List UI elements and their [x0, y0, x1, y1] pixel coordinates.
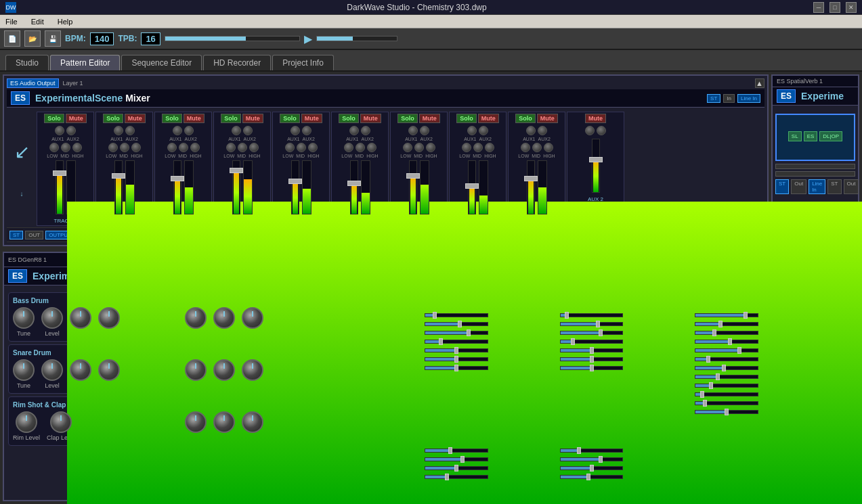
track-5-mid-knob[interactable] — [297, 143, 306, 152]
track-7-fader[interactable] — [409, 160, 417, 214]
track-6-mute-btn[interactable]: Mute — [360, 114, 381, 123]
osc-volume-slider[interactable] — [695, 348, 758, 352]
spatialverb-slider-2[interactable] — [775, 171, 855, 177]
track-6-aux1-knob[interactable] — [349, 126, 359, 135]
menu-file[interactable]: File — [3, 17, 20, 26]
track-1-fader[interactable] — [56, 160, 64, 214]
conn-out-btn[interactable]: OUT — [25, 231, 43, 239]
track-5-low-knob[interactable] — [285, 143, 295, 152]
mid-tom-decay-knob[interactable] — [242, 359, 263, 381]
track-5-fader[interactable] — [291, 160, 299, 214]
osc-balance-slider[interactable] — [695, 340, 758, 344]
sv-st-btn[interactable]: ST — [775, 179, 789, 194]
vco1-semitone-slider[interactable] — [425, 466, 488, 470]
vco2-shape-slider[interactable] — [560, 449, 624, 453]
vco1-envmod-slider[interactable] — [425, 475, 488, 479]
track-7-mid-knob[interactable] — [414, 143, 424, 152]
bass-drum-level-knob[interactable] — [41, 307, 63, 329]
aux-1-high-knob[interactable] — [544, 143, 553, 152]
vco2-semitone-slider[interactable] — [560, 466, 624, 470]
filter-decay-slider[interactable] — [560, 322, 624, 326]
vco2-pw-slider[interactable] — [560, 457, 624, 461]
track-7-high-knob[interactable] — [426, 143, 435, 152]
aux-1-aux2-knob[interactable] — [538, 126, 547, 135]
tab-hd-recorder[interactable]: HD Recorder — [203, 55, 271, 70]
track-4-low-knob[interactable] — [226, 143, 236, 152]
track-8-low-knob[interactable] — [462, 143, 471, 152]
overdrive-slider[interactable] — [695, 375, 758, 379]
aux-1-mute-btn[interactable]: Mute — [537, 114, 558, 123]
mixer-in-btn[interactable]: In — [723, 94, 735, 103]
sv-out-btn[interactable]: Out — [791, 179, 806, 194]
tab-studio[interactable]: Studio — [5, 55, 49, 70]
aux-2-fader[interactable] — [592, 139, 600, 193]
spatialverb-es-btn[interactable]: ES — [804, 131, 818, 141]
amp-decay-curve-slider[interactable] — [425, 357, 488, 361]
slide-curve-slider[interactable] — [695, 410, 758, 414]
track-6-high-knob[interactable] — [367, 143, 376, 152]
track-8-mid-knob[interactable] — [473, 143, 483, 152]
aux-1-mid-knob[interactable] — [532, 143, 542, 152]
filter-sustain-slider[interactable] — [560, 331, 624, 335]
track-2-fader[interactable] — [114, 160, 123, 214]
amp-sustain-slider[interactable] — [425, 331, 488, 335]
saturation-slider[interactable] — [695, 366, 758, 370]
tempo-slider[interactable] — [165, 36, 300, 41]
bpm-value[interactable]: 140 — [90, 32, 114, 45]
track-3-low-knob[interactable] — [167, 143, 177, 152]
filter-release-slider[interactable] — [560, 340, 624, 344]
track-1-mid-knob[interactable] — [61, 143, 70, 152]
snare-snappy-knob[interactable] — [98, 359, 120, 381]
track-7-aux2-knob[interactable] — [420, 126, 429, 135]
track-7-aux1-knob[interactable] — [408, 126, 418, 135]
track-2-mute-btn[interactable]: Mute — [125, 114, 146, 123]
low-tom-tune-knob[interactable] — [185, 307, 207, 329]
track-6-mid-knob[interactable] — [355, 143, 365, 152]
track-3-aux1-knob[interactable] — [173, 126, 182, 135]
track-4-solo-btn[interactable]: Solo — [221, 114, 241, 123]
bass-drum-tune-knob[interactable] — [13, 307, 35, 329]
track-6-solo-btn[interactable]: Solo — [339, 114, 359, 123]
vco1-shape-slider[interactable] — [425, 449, 488, 453]
track-1-high-knob[interactable] — [72, 143, 82, 152]
toolbar-open-btn[interactable]: 📂 — [24, 30, 41, 47]
mid-tom-level-knob[interactable] — [213, 359, 235, 381]
track-6-fader[interactable] — [350, 160, 358, 214]
track-1-low-knob[interactable] — [49, 143, 59, 152]
amp-release-slider[interactable] — [425, 340, 488, 344]
track-4-aux1-knob[interactable] — [232, 126, 241, 135]
track-3-aux2-knob[interactable] — [184, 126, 194, 135]
aux-1-aux1-knob[interactable] — [526, 126, 536, 135]
track-3-mute-btn[interactable]: Mute — [184, 114, 204, 123]
filter-routing-slider[interactable] — [695, 313, 758, 317]
filter-attack-curve-slider[interactable] — [560, 348, 624, 352]
sv-st2-btn[interactable]: ST — [827, 179, 841, 194]
track-4-high-knob[interactable] — [249, 143, 259, 152]
glide-slider[interactable] — [695, 401, 758, 405]
bass-drum-attack-knob[interactable] — [70, 307, 91, 329]
track-4-fader[interactable] — [232, 160, 240, 214]
track-1-aux1-knob[interactable] — [55, 126, 64, 135]
conn-st-btn[interactable]: ST — [9, 231, 23, 239]
tab-sequence-editor[interactable]: Sequence Editor — [121, 55, 202, 70]
mixer-linein-btn[interactable]: Line In — [737, 94, 760, 103]
sv-out2-btn[interactable]: Out — [844, 179, 859, 194]
snare-level-knob[interactable] — [41, 359, 63, 381]
mixer-st-btn[interactable]: ST — [707, 94, 720, 103]
track-2-mid-knob[interactable] — [120, 143, 129, 152]
track-2-aux2-knob[interactable] — [125, 126, 135, 135]
tab-pattern-editor[interactable]: Pattern Editor — [50, 55, 120, 70]
track-1-mute-btn[interactable]: Mute — [66, 114, 87, 123]
track-5-aux1-knob[interactable] — [290, 126, 300, 135]
track-8-fader[interactable] — [468, 160, 476, 214]
toolbar-new-btn[interactable]: 📄 — [4, 30, 20, 47]
spatialverb-sl-btn[interactable]: SL — [788, 131, 802, 141]
mid-tom-tune-knob[interactable] — [185, 359, 207, 381]
track-7-mute-btn[interactable]: Mute — [419, 114, 440, 123]
aux-1-solo-btn[interactable]: Solo — [515, 114, 536, 123]
low-tom-decay-knob[interactable] — [242, 307, 263, 329]
high-tom-decay-knob[interactable] — [242, 411, 263, 433]
vco1-pw-slider[interactable] — [425, 457, 488, 461]
noise-slider[interactable] — [695, 357, 758, 361]
tab-project-info[interactable]: Project Info — [272, 55, 334, 70]
